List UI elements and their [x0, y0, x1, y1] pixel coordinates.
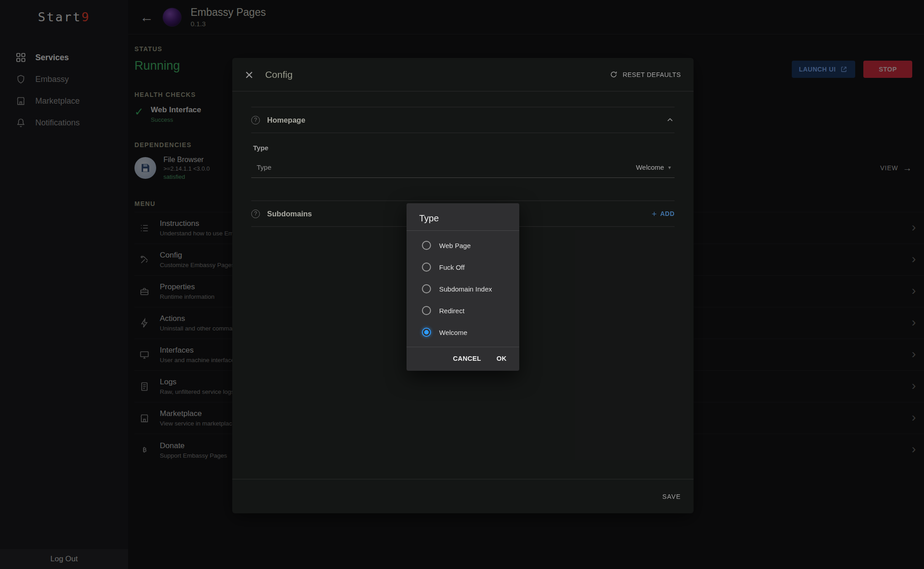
type-dialog: Type Web Page Fuck Off Subdomain Index R…	[407, 203, 519, 371]
option-welcome[interactable]: Welcome	[407, 321, 519, 343]
option-redirect[interactable]: Redirect	[407, 300, 519, 321]
option-fuck-off[interactable]: Fuck Off	[407, 256, 519, 278]
radio-icon	[422, 284, 431, 293]
option-web-page[interactable]: Web Page	[407, 234, 519, 256]
option-label: Subdomain Index	[439, 285, 492, 293]
option-label: Fuck Off	[439, 263, 464, 271]
ok-button[interactable]: OK	[497, 355, 507, 362]
option-subdomain-index[interactable]: Subdomain Index	[407, 278, 519, 300]
option-label: Welcome	[439, 329, 467, 336]
option-label: Web Page	[439, 242, 471, 249]
option-label: Redirect	[439, 307, 464, 315]
type-dialog-title: Type	[407, 203, 519, 231]
dialog-actions: CANCEL OK	[407, 347, 519, 371]
radio-icon	[422, 306, 431, 315]
cancel-button[interactable]: CANCEL	[453, 355, 481, 362]
type-options-list: Web Page Fuck Off Subdomain Index Redire…	[407, 231, 519, 343]
radio-icon	[422, 263, 431, 272]
radio-selected-icon	[422, 328, 431, 337]
radio-icon	[422, 241, 431, 250]
